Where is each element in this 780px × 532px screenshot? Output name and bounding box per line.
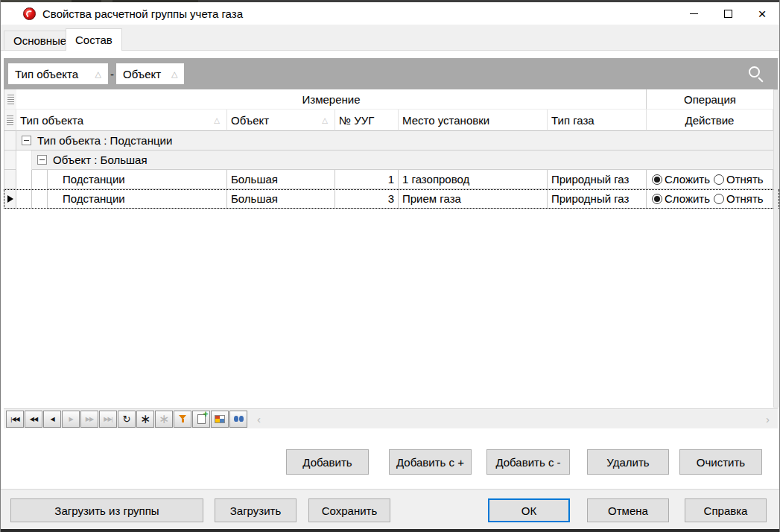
band-measurement[interactable]: Измерение <box>16 89 647 110</box>
tab-sostav[interactable]: Состав <box>66 28 122 51</box>
group-field-object-type[interactable]: Тип объекта △ <box>8 63 108 84</box>
data-grid: Измерение Операция Тип объекта △ Объект … <box>4 89 779 209</box>
group-row-object[interactable]: Объект : Большая <box>4 151 779 170</box>
grid-band-row: Измерение Операция <box>4 89 779 110</box>
cell-object[interactable]: Большая <box>227 189 335 209</box>
cell-type[interactable]: Подстанции <box>48 170 227 189</box>
dialog-footer: Загрузить из группы Загрузить Сохранить … <box>1 489 779 529</box>
help-button[interactable]: Справка <box>685 498 767 522</box>
cell-gas[interactable]: Природный газ <box>548 189 647 209</box>
row-indicator <box>4 131 16 151</box>
group-row-object-type[interactable]: Тип объекта : Подстанции <box>4 131 779 151</box>
close-icon: × <box>758 7 766 21</box>
row-indicator <box>4 151 16 170</box>
cell-uug[interactable]: 1 <box>335 170 399 189</box>
add-minus-button[interactable]: Добавить с - <box>486 449 570 475</box>
radio-add[interactable] <box>652 174 662 185</box>
collapse-icon[interactable] <box>22 136 31 145</box>
cell-place[interactable]: Прием газа <box>399 189 548 209</box>
prior-record-button[interactable]: ◀ <box>43 411 61 428</box>
load-from-group-button[interactable]: Загрузить из группы <box>10 498 203 522</box>
column-header-object[interactable]: Объект △ <box>227 110 335 131</box>
group-indent <box>32 170 48 189</box>
cell-text: Природный газ <box>551 192 629 205</box>
group-by-panel[interactable]: Тип объекта △ - Объект △ <box>4 58 778 89</box>
cell-type[interactable]: Подстанции <box>48 189 227 209</box>
clear-button[interactable]: Очистить <box>679 449 762 475</box>
append-button[interactable]: ∗ <box>136 411 154 428</box>
radio-subtract[interactable] <box>714 174 724 185</box>
column-header-gas[interactable]: Тип газа <box>548 110 647 131</box>
radio-add-label: Сложить <box>665 192 710 205</box>
minimize-button[interactable] <box>676 2 711 25</box>
group-indent <box>16 170 32 189</box>
titlebar: Свойства расчетной группы учета газа × <box>1 2 779 25</box>
table-row[interactable]: Подстанции Большая 1 1 газопровод Природ… <box>4 170 779 189</box>
group-indent <box>16 189 32 209</box>
load-button[interactable]: Загрузить <box>215 498 297 522</box>
cell-place[interactable]: 1 газопровод <box>399 170 548 189</box>
row-indicator <box>4 170 16 189</box>
add-button[interactable]: Добавить <box>286 449 369 475</box>
refresh-button[interactable]: ↻ <box>118 411 136 428</box>
collapse-icon[interactable] <box>37 155 47 165</box>
band-operation[interactable]: Операция <box>647 89 773 110</box>
column-header-action[interactable]: Действие <box>647 110 773 131</box>
cancel-edit-button[interactable]: ∗ <box>155 411 173 428</box>
cell-text: 1 газопровод <box>402 173 469 186</box>
prior-page-button[interactable]: ◀◀ <box>25 411 42 428</box>
cell-object[interactable]: Большая <box>227 170 335 189</box>
new-document-button[interactable] <box>192 411 210 428</box>
table-row-focused[interactable]: Подстанции Большая 3 Прием газа Природны… <box>4 189 779 209</box>
group-row-cell[interactable]: Тип объекта : Подстанции <box>16 131 773 151</box>
group-field-object[interactable]: Объект △ <box>116 63 184 84</box>
last-record-button[interactable]: ▶▶| <box>99 411 117 428</box>
group-row-label: Объект : Большая <box>53 153 148 166</box>
column-header-uug[interactable]: № УУГ <box>335 110 399 131</box>
sort-asc-icon: △ <box>214 116 223 124</box>
column-label: Тип газа <box>551 114 594 127</box>
cell-gas[interactable]: Природный газ <box>548 170 647 189</box>
horizontal-scrollbar[interactable]: ‹ › <box>250 410 777 428</box>
grid-header-row: Тип объекта △ Объект △ № УУГ Место устан… <box>4 110 779 131</box>
group-field-label: Тип объекта <box>15 68 78 80</box>
append-icon: ∗ <box>140 411 150 427</box>
ok-button[interactable]: ОК <box>488 498 570 522</box>
cell-text: Подстанции <box>63 173 125 186</box>
next-page-button[interactable]: ▶▶ <box>80 411 98 428</box>
grip-icon <box>7 115 13 125</box>
cell-text: Большая <box>231 173 278 186</box>
delete-button[interactable]: Удалить <box>587 449 669 475</box>
column-label: Действие <box>685 114 735 127</box>
filter-button[interactable] <box>174 411 191 428</box>
cancel-button[interactable]: Отмена <box>587 498 669 522</box>
grip-icon <box>7 95 14 104</box>
first-record-button[interactable]: |◀◀ <box>6 411 24 428</box>
band-label: Операция <box>684 93 736 106</box>
column-header-type[interactable]: Тип объекта △ <box>16 110 227 131</box>
search-icon[interactable] <box>749 66 760 77</box>
scroll-left-icon[interactable]: ‹ <box>257 413 261 425</box>
group-indent <box>32 189 48 209</box>
layout-button[interactable] <box>211 411 229 428</box>
maximize-button[interactable] <box>711 2 745 25</box>
sort-asc-icon: △ <box>322 116 331 124</box>
row-indicator-header <box>4 110 16 131</box>
find-button[interactable] <box>229 411 247 428</box>
radio-add[interactable] <box>652 194 662 204</box>
cell-uug[interactable]: 3 <box>335 189 399 209</box>
close-button[interactable]: × <box>745 2 779 25</box>
vertical-scrollbar[interactable] <box>773 89 779 408</box>
next-record-button[interactable]: ▶ <box>62 411 80 428</box>
add-plus-button[interactable]: Добавить с + <box>389 449 472 475</box>
group-field-label: Объект <box>123 68 161 80</box>
grid-cells-icon <box>215 415 225 423</box>
tab-strip: Основные Состав <box>1 25 779 51</box>
radio-subtract[interactable] <box>714 194 724 204</box>
scroll-right-icon[interactable]: › <box>766 413 770 425</box>
save-button[interactable]: Сохранить <box>308 498 390 522</box>
column-header-place[interactable]: Место установки <box>399 110 548 131</box>
row-indicator-focused <box>4 189 16 209</box>
group-row-cell[interactable]: Объект : Большая <box>32 151 773 170</box>
cell-text: Природный газ <box>551 173 629 186</box>
